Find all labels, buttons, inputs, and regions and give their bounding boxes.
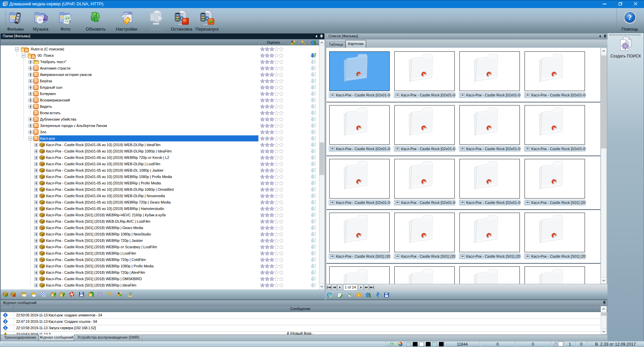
svg-text:?: ? — [628, 13, 632, 21]
